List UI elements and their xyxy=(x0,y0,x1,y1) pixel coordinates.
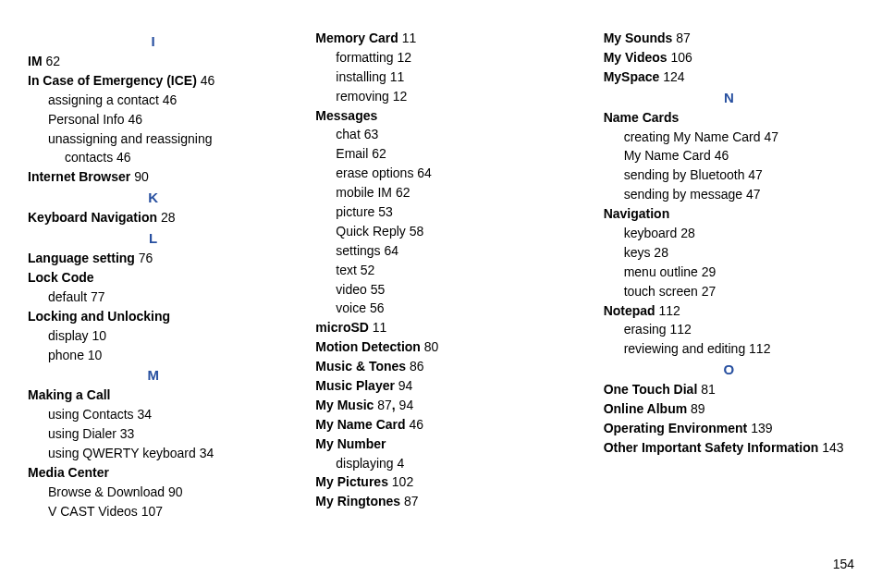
index-page-ref: 112 xyxy=(659,303,680,318)
index-term: Media Center xyxy=(28,465,109,480)
index-page-ref: 64 xyxy=(417,165,432,180)
index-term: IM xyxy=(28,54,43,68)
index-page-ref: 62 xyxy=(372,146,386,161)
index-page-ref: 102 xyxy=(392,474,413,489)
index-entry: Making a Call xyxy=(28,386,278,404)
index-term: Operating Environment xyxy=(604,421,748,435)
index-entry: Messages xyxy=(315,107,566,125)
index-term: using Contacts xyxy=(48,407,134,422)
index-term: V CAST Videos xyxy=(48,504,138,519)
index-term: assigning a contact xyxy=(48,92,159,107)
index-page-ref: 87 xyxy=(377,398,392,412)
index-entry: Online Album 89 xyxy=(604,400,854,418)
index-page-ref: 87 xyxy=(676,31,691,45)
letter-head-n: N xyxy=(604,90,854,105)
index-entry: My Number xyxy=(315,435,566,453)
index-entry: Motion Detection 80 xyxy=(315,338,566,356)
index-term: keyboard xyxy=(624,226,678,240)
index-page-ref: 112 xyxy=(749,341,770,356)
index-term: reviewing and editing xyxy=(624,341,746,356)
index-term: keys xyxy=(624,245,651,260)
index-term: Lock Code xyxy=(28,270,94,285)
index-entry: IM 62 xyxy=(28,53,278,70)
index-page-ref: 47 xyxy=(764,129,778,144)
index-term: Keyboard Navigation xyxy=(28,210,157,225)
index-page-ref: 62 xyxy=(396,185,410,200)
index-page-ref: 46 xyxy=(163,92,178,107)
index-term: Making a Call xyxy=(28,387,110,402)
index-term: erase options xyxy=(336,165,413,180)
column-2: Memory Card 11 formatting 12 installing … xyxy=(315,30,566,522)
index-term: creating My Name Card xyxy=(624,129,761,144)
index-term: Language setting xyxy=(28,251,135,265)
index-page-ref: 46 xyxy=(128,112,142,127)
index-term: text xyxy=(336,263,357,277)
index-page-ref: 28 xyxy=(161,210,176,225)
index-term: One Touch Dial xyxy=(604,382,698,397)
index-page-ref: 112 xyxy=(669,322,691,337)
index-entry: Operating Environment 139 xyxy=(604,420,854,437)
index-term: Locking and Unlocking xyxy=(28,309,170,324)
index-subentry: using QWERTY keyboard 34 xyxy=(28,445,278,462)
index-term: Personal Info xyxy=(48,112,125,127)
index-entry: Music & Tones 86 xyxy=(315,358,566,375)
index-term: menu outline xyxy=(624,264,698,279)
index-term: Email xyxy=(336,146,368,161)
index-subentry: Email 62 xyxy=(315,145,566,163)
index-term: formatting xyxy=(336,50,393,65)
index-page-ref: 28 xyxy=(654,245,668,260)
index-entry: Lock Code xyxy=(28,269,278,287)
index-page-ref: 52 xyxy=(361,263,375,277)
index-entry: My Name Card 46 xyxy=(315,416,566,434)
index-term: unassigning and reassigning xyxy=(48,131,212,146)
index-page-ref: 46 xyxy=(201,73,215,88)
index-subentry: displaying 4 xyxy=(315,455,566,472)
index-term: removing xyxy=(336,89,389,104)
index-subentry: creating My Name Card 47 xyxy=(604,129,854,146)
index-term: Notepad xyxy=(604,303,655,318)
index-term: MySpace xyxy=(604,69,660,84)
index-page-ref: 10 xyxy=(88,348,103,362)
index-term: chat xyxy=(336,127,360,141)
index-page-ref: 107 xyxy=(141,504,163,519)
index-term: sending by Bluetooth xyxy=(624,167,745,182)
index-subentry: sending by Bluetooth 47 xyxy=(604,166,854,184)
index-page-ref: 46 xyxy=(409,417,423,432)
index-entry: Other Important Safety Information 143 xyxy=(604,439,854,457)
index-page-ref: 94 xyxy=(398,378,413,393)
index-subentry: reviewing and editing 112 xyxy=(604,340,854,358)
index-term: erasing xyxy=(624,322,667,337)
index-term: contacts xyxy=(65,150,113,165)
index-page-ref: 11 xyxy=(390,69,405,84)
index-page-ref: 90 xyxy=(168,484,183,499)
column-3: My Sounds 87 My Videos 106 MySpace 124 N… xyxy=(604,30,854,522)
index-page-ref: 34 xyxy=(138,407,153,422)
index-page-ref: 81 xyxy=(701,382,716,397)
index-subentry: Personal Info 46 xyxy=(28,111,278,129)
index-term: settings xyxy=(336,243,380,258)
index-term: sending by message xyxy=(624,187,742,202)
index-entry: In Case of Emergency (ICE) 46 xyxy=(28,72,278,90)
index-page: I IM 62 In Case of Emergency (ICE) 46 as… xyxy=(0,0,882,522)
index-term: My Music xyxy=(315,398,374,412)
index-term: In Case of Emergency (ICE) xyxy=(28,73,197,88)
index-term: My Sounds xyxy=(604,31,673,45)
index-page-ref: 27 xyxy=(702,284,717,299)
index-term: My Name Card xyxy=(315,417,405,432)
index-term: Music & Tones xyxy=(315,359,406,374)
index-term: voice xyxy=(336,300,366,315)
index-term: Messages xyxy=(315,108,377,123)
index-entry: Music Player 94 xyxy=(315,377,566,395)
index-page-ref: 87 xyxy=(404,494,419,508)
index-entry: Internet Browser 90 xyxy=(28,168,278,186)
index-term: phone xyxy=(48,348,84,362)
index-subentry: removing 12 xyxy=(315,88,566,105)
index-page-ref: 34 xyxy=(200,446,214,460)
index-term: default xyxy=(48,289,87,304)
index-page-ref: 139 xyxy=(751,421,772,435)
index-subentry: menu outline 29 xyxy=(604,263,854,281)
index-entry: Navigation xyxy=(604,205,854,223)
index-subentry: settings 64 xyxy=(315,242,566,260)
separator: , xyxy=(392,398,399,412)
index-entry: My Music 87, 94 xyxy=(315,397,566,414)
